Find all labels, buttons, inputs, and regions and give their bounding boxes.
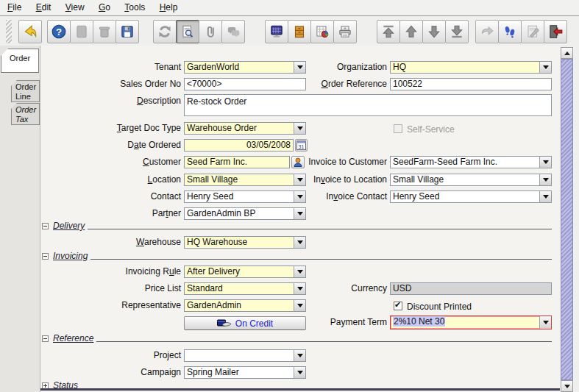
first-record-icon	[380, 24, 397, 40]
organization-value: HQ	[391, 62, 539, 73]
dropdown-arrow-icon[interactable]	[539, 62, 551, 73]
collapse-icon[interactable]	[42, 253, 49, 260]
invoice-to-location-combo[interactable]: Small Village	[390, 174, 552, 186]
customer-label: Customer	[40, 157, 181, 168]
scroll-up-button[interactable]	[561, 47, 573, 59]
date-ordered-input[interactable]: 03/05/2008	[184, 139, 294, 152]
warehouse-combo[interactable]: HQ Warehouse	[184, 236, 306, 249]
archive-button[interactable]	[288, 20, 311, 43]
toolbar-grip[interactable]	[6, 20, 12, 43]
dropdown-arrow-icon[interactable]	[294, 300, 305, 311]
credit-card-hand-icon	[217, 318, 232, 328]
print-icon	[337, 24, 353, 40]
redo-icon	[479, 24, 495, 40]
tab-order-tax[interactable]: Order Tax	[11, 103, 40, 125]
description-input[interactable]: Re-stock Order	[184, 94, 552, 116]
scrollbar-thumb[interactable]	[561, 59, 573, 380]
refresh-button[interactable]	[153, 20, 177, 43]
section-delivery-title: Delivery	[53, 221, 88, 231]
help-button[interactable]: ?	[47, 20, 71, 43]
attachment-button[interactable]	[199, 20, 222, 43]
dropdown-arrow-icon[interactable]	[539, 316, 551, 329]
dropdown-arrow-icon[interactable]	[539, 191, 551, 202]
collapse-icon[interactable]	[42, 335, 49, 342]
new-record-button	[70, 20, 93, 43]
dropdown-arrow-icon[interactable]	[294, 266, 305, 277]
next-record-button[interactable]	[422, 20, 446, 43]
campaign-combo[interactable]: Spring Mailer	[184, 366, 306, 379]
on-credit-label: On Credit	[235, 318, 273, 329]
dropdown-arrow-icon[interactable]	[294, 237, 305, 248]
customer-input[interactable]: Seed Farm Inc.	[184, 156, 290, 168]
dropdown-arrow-icon[interactable]	[294, 123, 305, 134]
dropdown-arrow-icon[interactable]	[294, 350, 305, 361]
contact-value: Henry Seed	[185, 191, 294, 202]
menu-view[interactable]: View	[60, 0, 90, 16]
delete-record-icon	[96, 24, 113, 40]
dropdown-arrow-icon[interactable]	[539, 174, 551, 185]
undo-button[interactable]	[18, 20, 42, 43]
save-button[interactable]	[116, 20, 139, 43]
report-icon	[314, 24, 330, 40]
last-record-button[interactable]	[445, 20, 469, 43]
grid-toggle-button[interactable]	[265, 20, 288, 43]
warehouse-value: HQ Warehouse	[185, 237, 294, 248]
discount-printed-label: Discount Printed	[407, 302, 472, 313]
menu-tools[interactable]: Tools	[118, 0, 151, 16]
menu-go[interactable]: Go	[93, 0, 116, 16]
previous-record-button[interactable]	[399, 20, 423, 43]
organization-combo[interactable]: HQ	[390, 61, 552, 74]
menu-edit[interactable]: Edit	[30, 0, 57, 16]
first-record-button[interactable]	[377, 20, 400, 43]
chat-icon	[225, 24, 241, 40]
chat-button[interactable]	[221, 20, 245, 43]
workflow-button[interactable]	[498, 20, 522, 43]
currency-label: Currency	[283, 283, 387, 294]
report-button[interactable]	[310, 20, 334, 43]
section-divider	[90, 259, 552, 260]
chevron-up-icon	[564, 51, 570, 55]
invoice-contact-label: Invoice Contact	[283, 191, 387, 202]
workflow-icon	[502, 24, 518, 40]
vertical-scrollbar[interactable]	[561, 47, 573, 392]
section-reference: Reference	[42, 333, 552, 343]
scroll-down-button[interactable]	[561, 380, 573, 392]
payment-term-combo[interactable]: 2%10 Net 30	[390, 316, 552, 329]
tab-order[interactable]: Order	[1, 49, 39, 73]
representative-combo[interactable]: GardenAdmin	[184, 299, 306, 312]
save-icon	[119, 24, 135, 40]
self-service-label: Self-Service	[407, 124, 455, 135]
svg-text:?: ?	[56, 26, 62, 37]
invoicing-rule-value: After Delivery	[185, 266, 294, 277]
invoicing-rule-combo[interactable]: After Delivery	[184, 266, 306, 278]
collapse-icon[interactable]	[42, 223, 49, 229]
invoice-contact-combo[interactable]: Henry Seed	[390, 190, 552, 203]
dropdown-arrow-icon[interactable]	[294, 208, 305, 219]
contact-label: Contact	[40, 191, 181, 202]
section-invoicing: Invoicing	[42, 251, 552, 261]
partner-label: Partner	[40, 208, 181, 219]
exit-button[interactable]	[544, 20, 567, 43]
project-combo[interactable]	[184, 349, 306, 362]
invoicing-rule-label: Invoicing Rule	[40, 266, 181, 277]
tab-order-line[interactable]: Order Line	[11, 80, 40, 102]
print-button[interactable]	[333, 20, 357, 43]
invoice-to-customer-combo[interactable]: SeedFarm-Seed Farm Inc.	[390, 156, 552, 168]
target-doc-type-value: Warehouse Order	[185, 123, 294, 134]
calendar-button[interactable]: 31	[295, 139, 308, 152]
exit-icon	[547, 24, 564, 40]
self-service-checkbox	[394, 124, 402, 133]
representative-label: Representative	[40, 300, 181, 311]
discount-printed-checkbox[interactable]	[394, 302, 402, 310]
find-icon	[180, 24, 196, 40]
invoice-contact-value: Henry Seed	[391, 191, 539, 202]
order-reference-input[interactable]: 100522	[390, 78, 552, 90]
dropdown-arrow-icon[interactable]	[294, 367, 305, 378]
menu-bar: File Edit View Go Tools Help	[0, 0, 579, 16]
menu-help[interactable]: Help	[154, 0, 184, 16]
target-doc-type-combo[interactable]: Warehouse Order	[184, 122, 306, 135]
partner-combo[interactable]: GardenAdmin BP	[184, 207, 306, 220]
dropdown-arrow-icon[interactable]	[539, 157, 551, 168]
find-button[interactable]	[176, 20, 199, 43]
menu-file[interactable]: File	[1, 0, 27, 16]
